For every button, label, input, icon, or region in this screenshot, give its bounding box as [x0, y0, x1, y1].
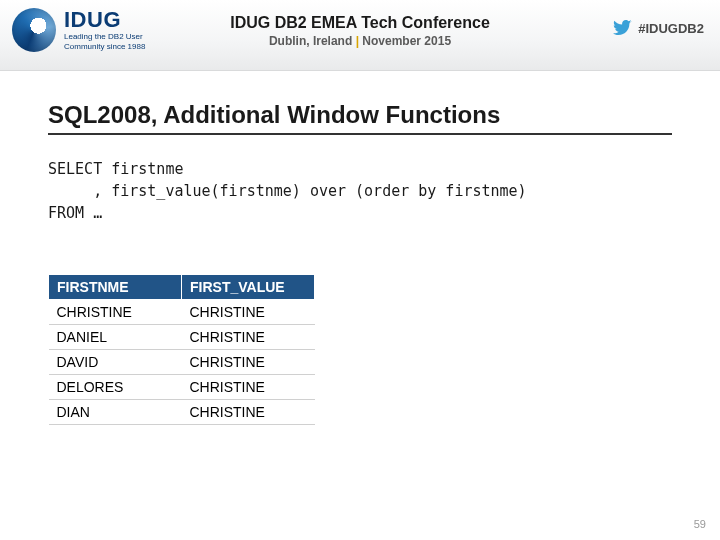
table-header-row: FIRSTNME FIRST_VALUE	[49, 275, 315, 300]
logo-text: IDUG Leading the DB2 User Community sinc…	[64, 9, 145, 51]
cell-firstvalue: CHRISTINE	[182, 375, 315, 400]
idug-logo: IDUG Leading the DB2 User Community sinc…	[12, 8, 145, 52]
cell-firstnme: CHRISTINE	[49, 300, 182, 325]
conference-date: November 2015	[362, 34, 451, 48]
cell-firstnme: DANIEL	[49, 325, 182, 350]
cell-firstnme: DELORES	[49, 375, 182, 400]
slide-header: IDUG Leading the DB2 User Community sinc…	[0, 0, 720, 71]
hashtag-block: #IDUGDB2	[612, 20, 704, 36]
code-line-2: , first_value(firstnme) over (order by f…	[48, 182, 527, 200]
separator: |	[356, 34, 359, 48]
slide-content: SQL2008, Additional Window Functions SEL…	[0, 71, 720, 425]
result-table: FIRSTNME FIRST_VALUE CHRISTINE CHRISTINE…	[48, 274, 315, 425]
cell-firstvalue: CHRISTINE	[182, 350, 315, 375]
result-table-wrap: FIRSTNME FIRST_VALUE CHRISTINE CHRISTINE…	[48, 274, 672, 425]
sql-code-block: SELECT firstnme , first_value(firstnme) …	[48, 159, 672, 224]
conference-title: IDUG DB2 EMEA Tech Conference Dublin, Ir…	[230, 14, 490, 48]
col-header-firstnme: FIRSTNME	[49, 275, 182, 300]
globe-swirl-icon	[12, 8, 56, 52]
logo-tagline-1: Leading the DB2 User	[64, 33, 145, 41]
code-line-3: FROM …	[48, 204, 102, 222]
page-number: 59	[694, 518, 706, 530]
logo-acronym: IDUG	[64, 9, 145, 31]
cell-firstnme: DIAN	[49, 400, 182, 425]
table-row: CHRISTINE CHRISTINE	[49, 300, 315, 325]
table-row: DIAN CHRISTINE	[49, 400, 315, 425]
cell-firstvalue: CHRISTINE	[182, 325, 315, 350]
table-row: DAVID CHRISTINE	[49, 350, 315, 375]
table-row: DELORES CHRISTINE	[49, 375, 315, 400]
col-header-firstvalue: FIRST_VALUE	[182, 275, 315, 300]
hashtag-text: #IDUGDB2	[638, 21, 704, 36]
twitter-bird-icon	[612, 20, 632, 36]
conference-name: IDUG DB2 EMEA Tech Conference	[230, 14, 490, 32]
cell-firstvalue: CHRISTINE	[182, 300, 315, 325]
logo-tagline-2: Community since 1988	[64, 43, 145, 51]
cell-firstnme: DAVID	[49, 350, 182, 375]
conference-subtitle: Dublin, Ireland | November 2015	[230, 34, 490, 48]
slide-title: SQL2008, Additional Window Functions	[48, 101, 672, 135]
conference-location: Dublin, Ireland	[269, 34, 352, 48]
table-row: DANIEL CHRISTINE	[49, 325, 315, 350]
code-line-1: SELECT firstnme	[48, 160, 183, 178]
cell-firstvalue: CHRISTINE	[182, 400, 315, 425]
